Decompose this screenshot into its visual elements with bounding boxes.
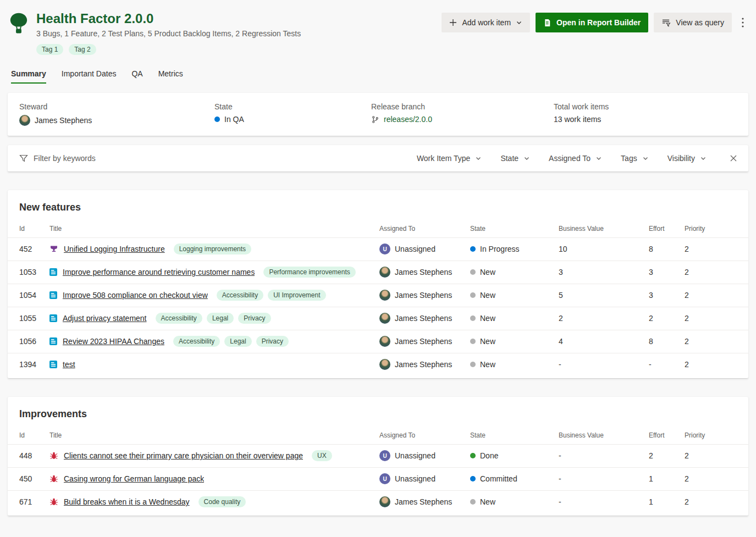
filter-funnel-icon <box>19 154 28 163</box>
priority: 2 <box>685 451 741 460</box>
priority: 2 <box>685 497 741 506</box>
column-header-assigned-to: Assigned To <box>379 225 470 232</box>
work-item-link[interactable]: Unified Logging Infrastructure <box>64 245 165 253</box>
chevron-down-icon <box>595 155 602 162</box>
row-tags: UX <box>312 450 332 461</box>
more-actions-button[interactable] <box>737 13 748 32</box>
bug-icon <box>49 474 58 483</box>
row-tags: Logging improvements <box>174 243 251 254</box>
assignee-name: James Stephens <box>395 268 452 276</box>
infobar-state-dot <box>214 117 220 122</box>
close-icon <box>730 154 737 162</box>
priority: 2 <box>685 314 741 323</box>
state-text: Committed <box>480 474 517 483</box>
steward-column: Steward James Stephens <box>19 102 214 126</box>
release-branch-link[interactable]: releases/2.0.0 <box>384 115 432 124</box>
assignee-name: James Stephens <box>395 497 452 506</box>
work-item-link[interactable]: Improve performance around retrieving cu… <box>63 268 255 276</box>
business-value: 3 <box>559 268 649 276</box>
column-header-effort: Effort <box>649 225 685 232</box>
column-header-id: Id <box>19 225 49 232</box>
steward-label: Steward <box>19 102 214 111</box>
state-text: New <box>480 268 495 276</box>
assignee-name: James Stephens <box>395 291 452 300</box>
add-work-item-button[interactable]: Add work item <box>442 13 530 32</box>
assignee-name: Unassigned <box>395 474 435 483</box>
total-work-items-label: Total work items <box>554 102 737 111</box>
state-dot <box>470 499 476 505</box>
work-item-link[interactable]: Casing wrong for German language pack <box>64 474 204 483</box>
filter-dropdown-state[interactable]: State <box>500 154 530 163</box>
effort: - <box>649 360 685 369</box>
tag-pill: Privacy <box>256 336 289 347</box>
work-item-link[interactable]: Review 2023 HIPAA Changes <box>63 337 164 346</box>
title-block: Health Factor 2.0.0 3 Bugs, 1 Feature, 2… <box>8 11 301 55</box>
release-summary-page: Health Factor 2.0.0 3 Bugs, 1 Feature, 2… <box>0 0 756 516</box>
business-value: - <box>559 474 649 483</box>
table-row[interactable]: 1054 Improve 508 compliance on checkout … <box>8 284 748 307</box>
ellipsis-vertical-icon <box>742 18 744 27</box>
business-value: - <box>559 451 649 460</box>
priority: 2 <box>685 474 741 483</box>
table-row[interactable]: 450 Casing wrong for German language pac… <box>8 467 748 490</box>
avatar: U <box>379 473 390 484</box>
work-item-link[interactable]: test <box>63 360 75 369</box>
filter-dropdown-assigned-to[interactable]: Assigned To <box>549 154 602 163</box>
open-report-builder-button[interactable]: Open in Report Builder <box>536 13 648 32</box>
column-header-business-value: Business Value <box>559 431 649 439</box>
add-work-item-label: Add work item <box>462 18 511 27</box>
filter-bar: Work Item TypeStateAssigned ToTagsVisibi… <box>8 145 748 171</box>
work-item-id: 452 <box>19 245 49 253</box>
tag-pill: Accessibility <box>217 290 263 301</box>
tab-summary[interactable]: Summary <box>11 69 46 84</box>
filter-dropdown-tags[interactable]: Tags <box>621 154 649 163</box>
pbi-icon <box>49 268 57 276</box>
tag-pill: Legal <box>207 313 234 324</box>
tab-important-dates[interactable]: Important Dates <box>62 69 117 84</box>
tag-pill: UI Improvement <box>268 290 325 301</box>
state-dot <box>470 292 476 298</box>
work-item-link[interactable]: Clients cannot see their primary care ph… <box>64 451 303 460</box>
work-item-link[interactable]: Build breaks when it is a Wednesday <box>64 497 190 506</box>
view-as-query-button[interactable]: View as query <box>654 13 732 32</box>
table-row[interactable]: 671 Build breaks when it is a Wednesday … <box>8 490 748 513</box>
priority: 2 <box>685 245 741 253</box>
state-dot <box>470 339 476 344</box>
table-row[interactable]: 452 Unified Logging Infrastructure Loggi… <box>8 237 748 261</box>
work-item-link[interactable]: Adjust privacy statement <box>63 314 147 323</box>
dropdown-label: Assigned To <box>549 154 591 163</box>
tab-qa[interactable]: QA <box>131 69 142 84</box>
header-actions: Add work item Open in Report Builder Vie… <box>442 13 748 32</box>
work-item-id: 1054 <box>19 291 49 300</box>
tab-metrics[interactable]: Metrics <box>158 69 183 84</box>
priority: 2 <box>685 360 741 369</box>
tag-pill: Legal <box>224 336 251 347</box>
table-row[interactable]: 1394 test James Stephens New - - 2 <box>8 353 748 376</box>
keyword-filter-input[interactable] <box>34 154 417 163</box>
work-item-id: 1056 <box>19 337 49 346</box>
filter-dropdown-work-item-type[interactable]: Work Item Type <box>417 154 482 163</box>
work-item-link[interactable]: Improve 508 compliance on checkout view <box>63 291 208 300</box>
pbi-icon <box>49 361 57 368</box>
table-row[interactable]: 1056 Review 2023 HIPAA Changes Accessibi… <box>8 330 748 353</box>
column-header-title: Title <box>49 431 379 439</box>
table-row[interactable]: 1055 Adjust privacy statement Accessibil… <box>8 307 748 330</box>
work-item-id: 448 <box>19 451 49 460</box>
effort: 8 <box>649 245 685 253</box>
avatar <box>379 496 390 507</box>
release-branch-column: Release branch releases/2.0.0 <box>371 102 554 126</box>
filter-dropdown-visibility[interactable]: Visibility <box>667 154 707 163</box>
column-header-priority: Priority <box>685 431 741 439</box>
state-dot <box>470 362 476 367</box>
clear-filter-button[interactable] <box>727 152 740 164</box>
table-body: 448 Clients cannot see their primary car… <box>8 444 748 513</box>
table-row[interactable]: 448 Clients cannot see their primary car… <box>8 444 748 467</box>
chevron-down-icon <box>700 155 707 162</box>
business-value: 10 <box>559 245 649 253</box>
priority: 2 <box>685 337 741 346</box>
effort: 1 <box>649 474 685 483</box>
state-text: New <box>480 497 495 506</box>
avatar <box>379 336 390 347</box>
table-row[interactable]: 1053 Improve performance around retrievi… <box>8 261 748 284</box>
state-text: New <box>480 314 495 323</box>
